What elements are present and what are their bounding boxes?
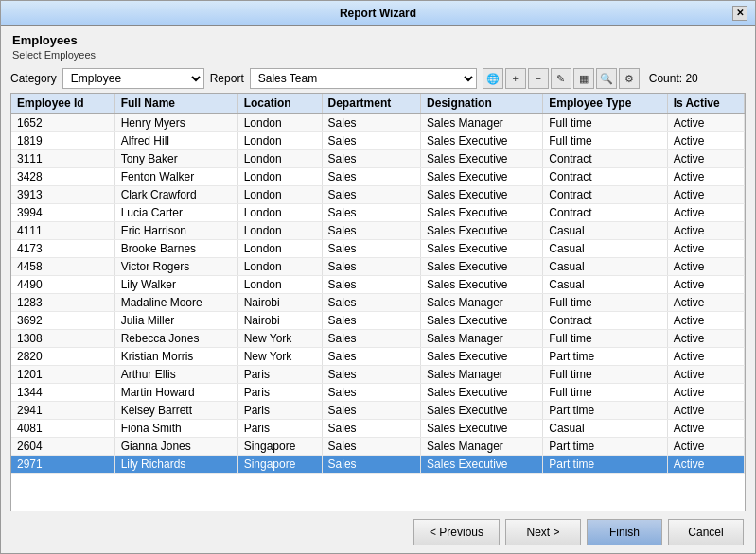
table-body: 1652Henry MyersLondonSalesSales ManagerF… (11, 113, 745, 474)
table-header: Employee Id Full Name Location Departmen… (11, 94, 745, 113)
col-department: Department (322, 94, 421, 113)
table-row[interactable]: 2941Kelsey BarrettParisSalesSales Execut… (11, 402, 745, 420)
table-row[interactable]: 4490Lily WalkerLondonSalesSales Executiv… (11, 276, 745, 294)
edit-icon[interactable]: ✎ (551, 68, 571, 89)
table-row[interactable]: 4458Victor RogersLondonSalesSales Execut… (11, 258, 745, 276)
category-select[interactable]: Employee (62, 68, 204, 89)
col-location: Location (237, 94, 322, 113)
table-row[interactable]: 4173Brooke BarnesLondonSalesSales Execut… (11, 240, 745, 258)
page-title: Employees (12, 33, 744, 47)
report-label: Report (210, 72, 244, 85)
table-row[interactable]: 1344Martin HowardParisSalesSales Executi… (11, 384, 745, 402)
employees-table: Employee Id Full Name Location Departmen… (11, 94, 745, 474)
table-row[interactable]: 2971Lily RichardsSingaporeSalesSales Exe… (11, 456, 745, 474)
header-area: Employees Select Employees (1, 26, 755, 64)
next-button[interactable]: Next > (505, 519, 581, 545)
table-row[interactable]: 3692Julia MillerNairobiSalesSales Execut… (11, 312, 745, 330)
toolbar: Category Employee Report Sales Team 🌐 + … (1, 64, 755, 93)
remove-icon[interactable]: − (528, 68, 549, 89)
table-row[interactable]: 4111Eric HarrisonLondonSalesSales Execut… (11, 222, 745, 240)
page-subtitle: Select Employees (12, 49, 744, 61)
table-row[interactable]: 3111Tony BakerLondonSalesSales Executive… (11, 150, 745, 168)
previous-button[interactable]: < Previous (413, 519, 500, 545)
settings-icon[interactable]: ⚙ (619, 68, 640, 89)
report-wizard-window: Report Wizard ✕ Employees Select Employe… (0, 0, 756, 554)
table-row[interactable]: 3913Clark CrawfordLondonSalesSales Execu… (11, 186, 745, 204)
cancel-button[interactable]: Cancel (668, 519, 744, 545)
search-icon[interactable]: 🔍 (596, 68, 617, 89)
export-icon[interactable]: ▦ (573, 68, 594, 89)
category-label: Category (10, 72, 57, 85)
table-row[interactable]: 3428Fenton WalkerLondonSalesSales Execut… (11, 168, 745, 186)
col-employee-type: Employee Type (543, 94, 667, 113)
col-employee-id: Employee Id (11, 94, 114, 113)
table-row[interactable]: 3994Lucia CarterLondonSalesSales Executi… (11, 204, 745, 222)
table-row[interactable]: 2604Gianna JonesSingaporeSalesSales Mana… (11, 438, 745, 456)
table-row[interactable]: 1201Arthur EllisParisSalesSales ManagerF… (11, 366, 745, 384)
report-select[interactable]: Sales Team (250, 68, 477, 89)
col-is-active: Is Active (667, 94, 744, 113)
add-icon[interactable]: + (505, 68, 526, 89)
data-table-container: Employee Id Full Name Location Departmen… (10, 93, 746, 511)
table-row[interactable]: 1819Alfred HillLondonSalesSales Executiv… (11, 132, 745, 150)
table-row[interactable]: 4081Fiona SmithParisSalesSales Executive… (11, 420, 745, 438)
table-row[interactable]: 1652Henry MyersLondonSalesSales ManagerF… (11, 113, 745, 132)
footer-area: < Previous Next > Finish Cancel (1, 511, 755, 553)
count-label: Count: 20 (649, 72, 698, 85)
table-scroll[interactable]: Employee Id Full Name Location Departmen… (11, 94, 745, 511)
col-designation: Designation (421, 94, 543, 113)
table-row[interactable]: 1283Madaline MooreNairobiSalesSales Mana… (11, 294, 745, 312)
title-bar: Report Wizard ✕ (1, 1, 755, 26)
finish-button[interactable]: Finish (587, 519, 662, 545)
window-title: Report Wizard (24, 7, 732, 20)
table-row[interactable]: 1308Rebecca JonesNew YorkSalesSales Mana… (11, 330, 745, 348)
col-full-name: Full Name (114, 94, 237, 113)
table-row[interactable]: 2820Kristian MorrisNew YorkSalesSales Ex… (11, 348, 745, 366)
globe-icon[interactable]: 🌐 (483, 68, 503, 89)
toolbar-icons: 🌐 + − ✎ ▦ 🔍 ⚙ (483, 68, 640, 89)
close-button[interactable]: ✕ (732, 6, 747, 21)
